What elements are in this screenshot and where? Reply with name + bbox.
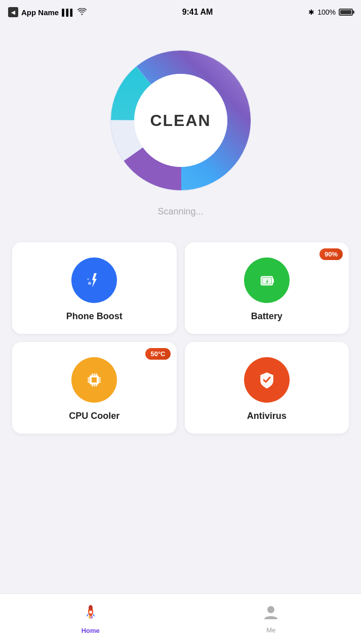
battery-percentage: 100%: [317, 8, 336, 16]
svg-rect-20: [92, 373, 93, 375]
cpu-cooler-card[interactable]: 50°C: [12, 342, 177, 434]
me-label: Me: [266, 626, 275, 634]
home-icon: [82, 604, 100, 624]
svg-point-27: [89, 605, 93, 610]
cpu-cooler-badge: 50°C: [145, 348, 170, 360]
cpu-cooler-label: CPU Cooler: [69, 411, 119, 421]
battery-icon: [339, 9, 353, 16]
signal-icon: ▌▌▌: [62, 9, 74, 16]
svg-rect-23: [92, 384, 93, 387]
phone-boost-icon: [71, 257, 117, 303]
phone-boost-label: Phone Boost: [66, 311, 123, 322]
svg-rect-17: [99, 377, 101, 379]
antivirus-icon: [244, 357, 290, 403]
battery-icon-circle: [244, 257, 290, 303]
phone-boost-card[interactable]: Phone Boost: [12, 242, 177, 334]
svg-rect-13: [92, 377, 97, 382]
app-name: App Name: [21, 8, 59, 17]
scanning-text: Scanning...: [157, 206, 203, 217]
svg-point-8: [87, 278, 89, 280]
status-left: App Name ▌▌▌: [8, 7, 87, 17]
svg-point-30: [89, 611, 92, 614]
me-icon: [262, 604, 279, 623]
battery-label: Battery: [251, 311, 283, 322]
chart-center-label: CLEAN: [150, 111, 211, 130]
battery-badge: 90%: [319, 248, 343, 260]
donut-chart: CLEAN: [105, 45, 257, 196]
svg-point-29: [91, 616, 93, 619]
svg-point-31: [267, 606, 274, 613]
svg-rect-22: [96, 373, 97, 375]
svg-point-7: [88, 282, 91, 285]
app-icon: [8, 7, 18, 17]
cards-grid: Phone Boost 90% Battery 50°C: [0, 242, 361, 434]
svg-rect-18: [99, 379, 101, 381]
svg-rect-10: [272, 279, 274, 283]
bluetooth-icon: ✱: [308, 8, 314, 16]
svg-rect-16: [88, 381, 90, 383]
svg-rect-25: [96, 384, 97, 387]
antivirus-card[interactable]: Antivirus: [185, 342, 349, 434]
svg-rect-24: [94, 384, 95, 387]
main-content: CLEAN Scanning... Phone Boost 90%: [0, 24, 361, 434]
svg-point-28: [89, 616, 91, 619]
status-time: 9:41 AM: [182, 8, 213, 17]
svg-rect-21: [94, 373, 95, 375]
antivirus-label: Antivirus: [247, 411, 287, 421]
home-label: Home: [82, 627, 100, 634]
status-right: ✱ 100%: [308, 8, 353, 16]
bottom-nav: Home Me: [0, 593, 361, 644]
wifi-icon: [77, 8, 87, 17]
svg-rect-14: [88, 377, 90, 379]
svg-rect-15: [88, 379, 90, 381]
battery-card[interactable]: 90% Battery: [185, 242, 349, 334]
nav-me[interactable]: Me: [262, 604, 279, 634]
svg-rect-19: [99, 381, 101, 383]
cpu-cooler-icon: [71, 357, 117, 403]
status-bar: App Name ▌▌▌ 9:41 AM ✱ 100%: [0, 0, 361, 24]
nav-home[interactable]: Home: [82, 604, 100, 634]
